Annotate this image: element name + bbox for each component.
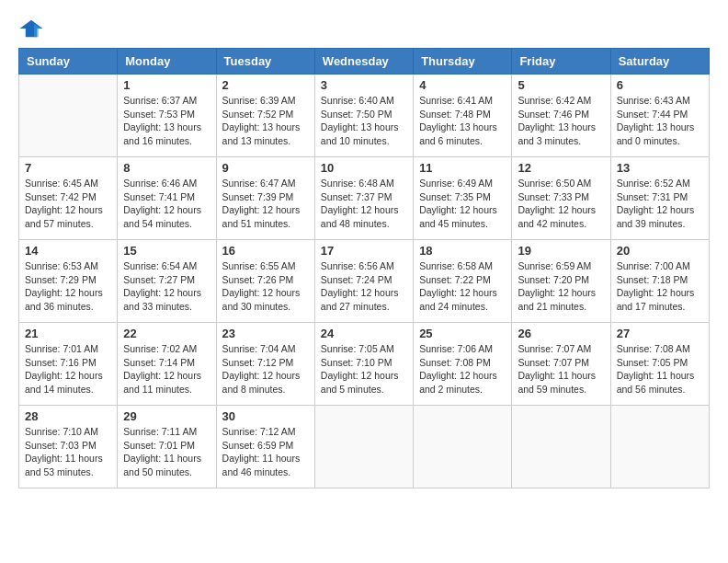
day-number: 1 [123, 78, 210, 92]
day-number: 9 [222, 161, 309, 175]
day-info: Sunrise: 7:07 AM Sunset: 7:07 PM Dayligh… [518, 342, 604, 396]
weekday-header-friday: Friday [512, 49, 610, 75]
weekday-header-tuesday: Tuesday [216, 49, 314, 75]
day-info: Sunrise: 7:05 AM Sunset: 7:10 PM Dayligh… [321, 342, 407, 396]
day-number: 8 [123, 161, 210, 175]
day-cell: 20Sunrise: 7:00 AM Sunset: 7:18 PM Dayli… [610, 240, 709, 323]
day-info: Sunrise: 7:04 AM Sunset: 7:12 PM Dayligh… [222, 342, 309, 396]
week-row-5: 28Sunrise: 7:10 AM Sunset: 7:03 PM Dayli… [19, 406, 710, 488]
day-cell [414, 406, 512, 488]
day-info: Sunrise: 6:50 AM Sunset: 7:33 PM Dayligh… [518, 177, 604, 231]
week-row-3: 14Sunrise: 6:53 AM Sunset: 7:29 PM Dayli… [19, 240, 710, 323]
day-cell: 13Sunrise: 6:52 AM Sunset: 7:31 PM Dayli… [610, 157, 709, 240]
day-cell: 9Sunrise: 6:47 AM Sunset: 7:39 PM Daylig… [216, 157, 314, 240]
day-cell: 7Sunrise: 6:45 AM Sunset: 7:42 PM Daylig… [19, 157, 118, 240]
day-info: Sunrise: 6:42 AM Sunset: 7:46 PM Dayligh… [518, 94, 604, 148]
day-info: Sunrise: 6:41 AM Sunset: 7:48 PM Dayligh… [419, 94, 506, 148]
day-cell: 22Sunrise: 7:02 AM Sunset: 7:14 PM Dayli… [118, 323, 216, 406]
day-cell: 19Sunrise: 6:59 AM Sunset: 7:20 PM Dayli… [512, 240, 610, 323]
day-number: 17 [321, 244, 407, 258]
calendar: SundayMondayTuesdayWednesdayThursdayFrid… [18, 48, 710, 488]
day-number: 22 [123, 327, 210, 340]
day-number: 20 [617, 244, 703, 258]
week-row-1: 1Sunrise: 6:37 AM Sunset: 7:53 PM Daylig… [19, 75, 710, 157]
day-cell: 29Sunrise: 7:11 AM Sunset: 7:01 PM Dayli… [118, 406, 216, 488]
day-cell: 27Sunrise: 7:08 AM Sunset: 7:05 PM Dayli… [610, 323, 709, 406]
day-cell [19, 75, 118, 157]
day-info: Sunrise: 6:39 AM Sunset: 7:52 PM Dayligh… [222, 94, 309, 148]
day-cell: 5Sunrise: 6:42 AM Sunset: 7:46 PM Daylig… [512, 75, 610, 157]
day-number: 16 [222, 244, 309, 258]
day-number: 12 [518, 161, 604, 175]
day-cell: 17Sunrise: 6:56 AM Sunset: 7:24 PM Dayli… [314, 240, 413, 323]
day-cell: 2Sunrise: 6:39 AM Sunset: 7:52 PM Daylig… [216, 75, 314, 157]
day-cell: 24Sunrise: 7:05 AM Sunset: 7:10 PM Dayli… [314, 323, 413, 406]
day-number: 6 [617, 78, 703, 92]
weekday-header-sunday: Sunday [19, 49, 118, 75]
day-number: 23 [222, 327, 309, 340]
day-info: Sunrise: 6:58 AM Sunset: 7:22 PM Dayligh… [419, 259, 506, 314]
day-info: Sunrise: 6:40 AM Sunset: 7:50 PM Dayligh… [321, 94, 407, 148]
day-info: Sunrise: 6:47 AM Sunset: 7:39 PM Dayligh… [222, 177, 309, 231]
day-info: Sunrise: 7:01 AM Sunset: 7:16 PM Dayligh… [25, 342, 111, 396]
day-number: 21 [25, 327, 111, 340]
day-number: 5 [518, 78, 604, 92]
day-number: 25 [419, 327, 506, 340]
day-info: Sunrise: 6:59 AM Sunset: 7:20 PM Dayligh… [518, 259, 604, 314]
day-cell: 1Sunrise: 6:37 AM Sunset: 7:53 PM Daylig… [118, 75, 216, 157]
day-cell: 18Sunrise: 6:58 AM Sunset: 7:22 PM Dayli… [414, 240, 512, 323]
day-number: 29 [123, 409, 210, 423]
day-cell: 8Sunrise: 6:46 AM Sunset: 7:41 PM Daylig… [118, 157, 216, 240]
day-number: 30 [222, 409, 309, 423]
day-number: 19 [518, 244, 604, 258]
day-cell: 4Sunrise: 6:41 AM Sunset: 7:48 PM Daylig… [414, 75, 512, 157]
day-cell: 3Sunrise: 6:40 AM Sunset: 7:50 PM Daylig… [314, 75, 413, 157]
day-info: Sunrise: 7:10 AM Sunset: 7:03 PM Dayligh… [25, 425, 111, 479]
day-info: Sunrise: 7:08 AM Sunset: 7:05 PM Dayligh… [617, 342, 703, 396]
day-info: Sunrise: 6:52 AM Sunset: 7:31 PM Dayligh… [617, 177, 703, 231]
day-cell: 11Sunrise: 6:49 AM Sunset: 7:35 PM Dayli… [414, 157, 512, 240]
day-number: 18 [419, 244, 506, 258]
day-number: 4 [419, 78, 506, 92]
logo-icon [18, 18, 44, 39]
weekday-header-saturday: Saturday [610, 49, 709, 75]
day-info: Sunrise: 6:56 AM Sunset: 7:24 PM Dayligh… [321, 259, 407, 314]
day-info: Sunrise: 6:46 AM Sunset: 7:41 PM Dayligh… [123, 177, 210, 231]
day-number: 28 [25, 409, 111, 423]
logo [18, 18, 48, 39]
day-info: Sunrise: 7:02 AM Sunset: 7:14 PM Dayligh… [123, 342, 210, 396]
day-number: 15 [123, 244, 210, 258]
day-number: 27 [617, 327, 703, 340]
day-info: Sunrise: 6:53 AM Sunset: 7:29 PM Dayligh… [25, 259, 111, 314]
day-info: Sunrise: 6:37 AM Sunset: 7:53 PM Dayligh… [123, 94, 210, 148]
day-cell: 25Sunrise: 7:06 AM Sunset: 7:08 PM Dayli… [414, 323, 512, 406]
weekday-header-thursday: Thursday [414, 49, 512, 75]
day-cell: 23Sunrise: 7:04 AM Sunset: 7:12 PM Dayli… [216, 323, 314, 406]
day-number: 2 [222, 78, 309, 92]
day-cell: 30Sunrise: 7:12 AM Sunset: 6:59 PM Dayli… [216, 406, 314, 488]
day-cell: 28Sunrise: 7:10 AM Sunset: 7:03 PM Dayli… [19, 406, 118, 488]
day-cell [610, 406, 709, 488]
day-info: Sunrise: 6:48 AM Sunset: 7:37 PM Dayligh… [321, 177, 407, 231]
day-info: Sunrise: 7:11 AM Sunset: 7:01 PM Dayligh… [123, 425, 210, 479]
day-cell: 12Sunrise: 6:50 AM Sunset: 7:33 PM Dayli… [512, 157, 610, 240]
day-cell: 14Sunrise: 6:53 AM Sunset: 7:29 PM Dayli… [19, 240, 118, 323]
day-number: 11 [419, 161, 506, 175]
week-row-4: 21Sunrise: 7:01 AM Sunset: 7:16 PM Dayli… [19, 323, 710, 406]
day-info: Sunrise: 6:54 AM Sunset: 7:27 PM Dayligh… [123, 259, 210, 314]
weekday-header-row: SundayMondayTuesdayWednesdayThursdayFrid… [19, 49, 710, 75]
day-cell: 10Sunrise: 6:48 AM Sunset: 7:37 PM Dayli… [314, 157, 413, 240]
day-number: 3 [321, 78, 407, 92]
day-number: 13 [617, 161, 703, 175]
page-header [18, 18, 710, 39]
day-cell [314, 406, 413, 488]
day-info: Sunrise: 6:43 AM Sunset: 7:44 PM Dayligh… [617, 94, 703, 148]
day-cell: 15Sunrise: 6:54 AM Sunset: 7:27 PM Dayli… [118, 240, 216, 323]
day-number: 10 [321, 161, 407, 175]
weekday-header-wednesday: Wednesday [314, 49, 413, 75]
day-number: 7 [25, 161, 111, 175]
day-cell: 6Sunrise: 6:43 AM Sunset: 7:44 PM Daylig… [610, 75, 709, 157]
day-info: Sunrise: 6:49 AM Sunset: 7:35 PM Dayligh… [419, 177, 506, 231]
day-info: Sunrise: 6:55 AM Sunset: 7:26 PM Dayligh… [222, 259, 309, 314]
day-info: Sunrise: 7:00 AM Sunset: 7:18 PM Dayligh… [617, 259, 703, 314]
